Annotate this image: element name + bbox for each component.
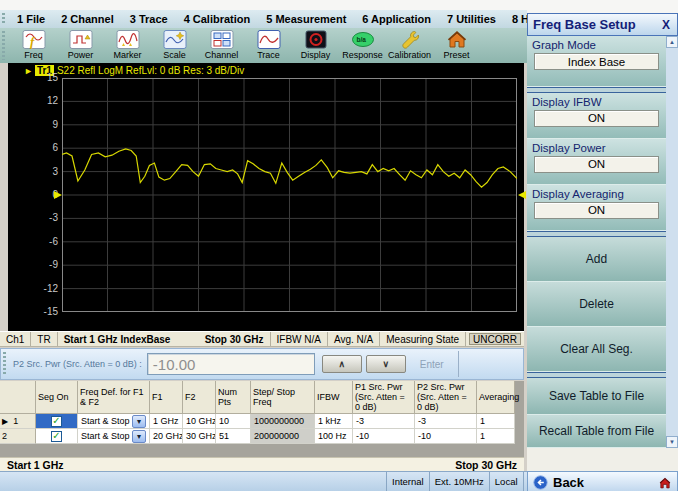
tool-marker[interactable]: Marker	[104, 30, 151, 60]
menu-item-measurement[interactable]: 5 Measurement	[258, 13, 354, 25]
column-header-freq-def-for-f1-f2: Freq Def. for F1 & F2	[78, 381, 150, 414]
menu-item-file[interactable]: 1 File	[9, 13, 53, 25]
ext-reference-status: Ext. 10MHz	[429, 472, 489, 491]
ifbw-cell[interactable]: 1 kHz	[315, 414, 353, 429]
row-number: 2	[2, 431, 7, 441]
row-selector[interactable]: ▶1	[0, 414, 36, 429]
increment-button[interactable]: ∧	[322, 355, 362, 373]
p2-src-pwr-cell[interactable]: -3	[415, 414, 477, 429]
menubar-grip-handle[interactable]	[2, 13, 5, 25]
back-arrow-icon	[533, 475, 548, 490]
menu-item-channel[interactable]: 2 Channel	[53, 13, 122, 25]
correction-status-badge: UNCORR	[469, 333, 521, 345]
recall-table-from-file-button[interactable]: Recall Table from File	[527, 415, 666, 448]
on-button[interactable]: ON	[534, 110, 659, 127]
seg-on-checkbox[interactable]: ✓	[51, 416, 62, 427]
save-table-to-file-button[interactable]: Save Table to File	[527, 378, 666, 415]
p1-src-pwr-cell[interactable]: -3	[353, 414, 415, 429]
delete-button[interactable]: Delete	[527, 282, 666, 327]
entry-field-label: P2 Src. Pwr (Src. Atten = 0 dB) :	[13, 359, 142, 369]
chevron-down-icon[interactable]: ▾	[132, 415, 146, 428]
ifbw-cell[interactable]: 100 Hz	[315, 429, 353, 444]
y-tick-label: 3	[32, 166, 58, 177]
freq-def-cell[interactable]: Start & Stop▾	[78, 429, 150, 444]
on-button[interactable]: ON	[534, 202, 659, 219]
decrement-button[interactable]: ∨	[366, 355, 406, 373]
back-button[interactable]: Back	[527, 471, 678, 491]
seg-on-cell[interactable]: ✓	[36, 414, 78, 429]
trace-label: S22 Refl LogM RefLvl: 0 dB Res: 3 dB/Div	[57, 65, 244, 76]
reference-source-status: Internal	[386, 472, 429, 491]
ifbw-status: IFBW N/A	[271, 332, 328, 346]
seg-on-cell[interactable]: ✓	[36, 429, 78, 444]
averaging-cell[interactable]: 1	[477, 414, 515, 429]
num-pts-cell[interactable]: 51	[216, 429, 251, 444]
menu-item-calibration[interactable]: 4 Calibration	[176, 13, 259, 25]
tool-freq[interactable]: fFreq	[10, 30, 57, 60]
p2-source-power-input[interactable]: -10.00	[147, 353, 315, 375]
f2-cell[interactable]: 30 GHz	[183, 429, 216, 444]
tool-trace[interactable]: Trace	[245, 30, 292, 60]
p1-src-pwr-cell[interactable]: -10	[353, 429, 415, 444]
side-menu-scrollbar[interactable]: ▲ ▼	[666, 36, 678, 448]
y-tick-label: -6	[32, 236, 58, 247]
tool-label-preset: Preset	[443, 50, 469, 60]
frequency-range-bar: Start 1 GHz Stop 30 GHz	[0, 457, 524, 471]
toolbar: fFreqPowerMarkerScaleChannelTraceDisplay…	[0, 28, 527, 63]
home-icon[interactable]	[658, 476, 672, 490]
channel-icon	[210, 30, 234, 49]
scroll-down-icon[interactable]: ▼	[666, 436, 678, 448]
p2-src-pwr-cell[interactable]: -10	[415, 429, 477, 444]
display-averaging-group: Display AveragingON	[527, 185, 666, 231]
on-button[interactable]: ON	[534, 156, 659, 173]
scroll-up-icon[interactable]: ▲	[666, 36, 678, 48]
f1-cell[interactable]: 1 GHz	[150, 414, 183, 429]
stop-frequency-label: Stop 30 GHz	[455, 459, 517, 471]
menu-item-trace[interactable]: 3 Trace	[122, 13, 176, 25]
current-row-marker-icon: ▶	[2, 417, 8, 426]
tool-channel[interactable]: Channel	[198, 30, 245, 60]
mode-indicator: TR	[31, 332, 57, 346]
column-header-p2-src-pwr-src-atten-0-db: P2 Src. Pwr (Src. Atten = 0 dB)	[415, 381, 477, 414]
calibration-icon	[398, 30, 422, 49]
tool-calibration[interactable]: Calibration	[386, 30, 433, 60]
y-tick-label: -3	[32, 212, 58, 223]
tool-power[interactable]: Power	[57, 30, 104, 60]
tool-preset[interactable]: Preset	[433, 30, 480, 60]
seg-on-checkbox[interactable]: ✓	[51, 431, 62, 442]
clear-all-seg-button[interactable]: Clear All Seg.	[527, 327, 666, 372]
column-header-ifbw: IFBW	[315, 381, 353, 414]
index-base-button[interactable]: Index Base	[534, 53, 659, 70]
menu-item-application[interactable]: 6 Application	[354, 13, 439, 25]
enter-hint-label: Enter	[420, 359, 444, 370]
tool-display[interactable]: Display	[292, 30, 339, 60]
f2-cell[interactable]: 10 GHz	[183, 414, 216, 429]
tool-label-scale: Scale	[163, 50, 186, 60]
freq-def-value: Start & Stop	[81, 431, 130, 441]
display-power-group: Display PowerON	[527, 139, 666, 185]
tool-scale[interactable]: Scale	[151, 30, 198, 60]
row-number: 1	[13, 416, 18, 426]
ref-level-marker-right-icon[interactable]	[518, 191, 526, 199]
chevron-down-icon[interactable]: ▾	[132, 430, 146, 443]
sweep-start-label: Start 1 GHz IndexBase	[58, 332, 199, 346]
add-button[interactable]: Add	[527, 237, 666, 282]
tool-response[interactable]: b/aResponse	[339, 30, 386, 60]
averaging-cell[interactable]: 1	[477, 429, 515, 444]
column-header-step-stop-freq: Step/ Stop Freq	[251, 381, 315, 414]
row-selector[interactable]: 2	[0, 429, 36, 444]
toolbar-grip-handle[interactable]	[2, 31, 5, 60]
vna-application-window: 1 File2 Channel3 Trace4 Calibration5 Mea…	[0, 0, 678, 491]
graph-mode-group: Graph ModeIndex Base	[527, 36, 666, 87]
menu-item-utilities[interactable]: 7 Utilities	[439, 13, 504, 25]
y-tick-label: 12	[32, 95, 58, 106]
ref-level-marker-left-icon[interactable]	[54, 191, 62, 199]
freq-def-cell[interactable]: Start & Stop▾	[78, 414, 150, 429]
tool-label-calibration: Calibration	[388, 50, 431, 60]
entrybar-grip-handle[interactable]	[3, 352, 6, 376]
graph-mode-label: Graph Mode	[527, 38, 666, 53]
num-pts-cell[interactable]: 10	[216, 414, 251, 429]
close-icon[interactable]: X	[662, 18, 670, 32]
f1-cell[interactable]: 20 GHz	[150, 429, 183, 444]
y-tick-label: -12	[32, 283, 58, 294]
